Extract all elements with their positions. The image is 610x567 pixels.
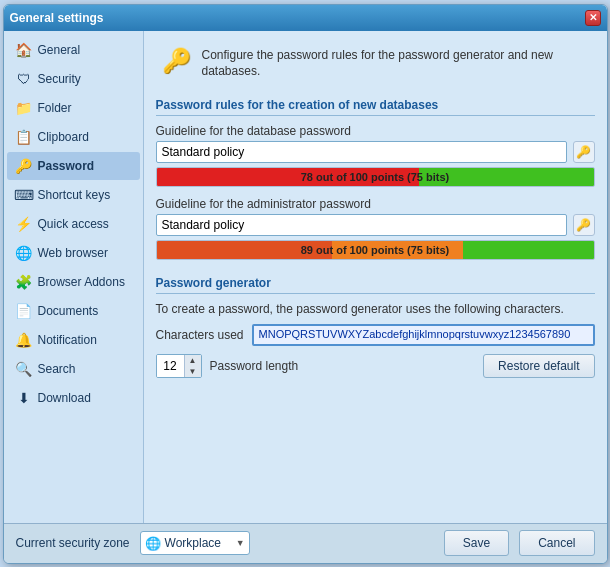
browser-addons-icon: 🧩	[15, 273, 33, 291]
spinner-buttons: ▲ ▼	[185, 355, 201, 377]
web-browser-icon: 🌐	[15, 244, 33, 262]
general-icon: 🏠	[15, 41, 33, 59]
sidebar-item-quick-access[interactable]: ⚡ Quick access	[7, 210, 140, 238]
cancel-button[interactable]: Cancel	[519, 530, 594, 556]
sidebar-label-password: Password	[38, 159, 95, 173]
length-spinner: ▲ ▼	[156, 354, 202, 378]
sidebar-label-documents: Documents	[38, 304, 99, 318]
sidebar-item-clipboard[interactable]: 📋 Clipboard	[7, 123, 140, 151]
restore-default-button[interactable]: Restore default	[483, 354, 594, 378]
admin-password-input[interactable]	[156, 214, 567, 236]
sidebar-item-download[interactable]: ⬇ Download	[7, 384, 140, 412]
sidebar-label-browser-addons: Browser Addons	[38, 275, 125, 289]
sidebar-label-quick-access: Quick access	[38, 217, 109, 231]
zone-text: Workplace	[165, 536, 232, 550]
search-icon: 🔍	[15, 360, 33, 378]
close-button[interactable]: ✕	[585, 10, 601, 26]
download-icon: ⬇	[15, 389, 33, 407]
db-password-input[interactable]	[156, 141, 567, 163]
notification-icon: 🔔	[15, 331, 33, 349]
info-text: Configure the password rules for the pas…	[202, 47, 589, 81]
length-input[interactable]	[157, 355, 185, 377]
content-area: 🏠 General 🛡 Security 📁 Folder 📋 Clipboar…	[4, 31, 607, 523]
main-content: 🔑 Configure the password rules for the p…	[144, 31, 607, 523]
db-password-key-button[interactable]: 🔑	[573, 141, 595, 163]
sidebar-item-search[interactable]: 🔍 Search	[7, 355, 140, 383]
admin-password-label: Guideline for the administrator password	[156, 197, 595, 211]
admin-password-row: 🔑	[156, 214, 595, 236]
bottom-bar: Current security zone 🌐 Workplace ▼ Save…	[4, 523, 607, 563]
db-password-label: Guideline for the database password	[156, 124, 595, 138]
sidebar-label-shortcut-keys: Shortcut keys	[38, 188, 111, 202]
sidebar: 🏠 General 🛡 Security 📁 Folder 📋 Clipboar…	[4, 31, 144, 523]
main-window: General settings ✕ 🏠 General 🛡 Security …	[3, 4, 608, 564]
generator-section: Password generator To create a password,…	[156, 276, 595, 378]
documents-icon: 📄	[15, 302, 33, 320]
titlebar: General settings ✕	[4, 5, 607, 31]
clipboard-icon: 📋	[15, 128, 33, 146]
security-icon: 🛡	[15, 70, 33, 88]
section1-header: Password rules for the creation of new d…	[156, 98, 595, 116]
spinner-up-button[interactable]: ▲	[185, 355, 201, 366]
zone-dropdown-arrow-icon: ▼	[236, 538, 245, 548]
length-label: Password length	[210, 359, 299, 373]
admin-password-key-button[interactable]: 🔑	[573, 214, 595, 236]
chars-row: Characters used MNOPQRSTUVWXYZabcdefghij…	[156, 324, 595, 346]
sidebar-item-folder[interactable]: 📁 Folder	[7, 94, 140, 122]
chars-value: MNOPQRSTUVWXYZabcdefghijklmnopqrstuvwxyz…	[252, 324, 595, 346]
zone-icon: 🌐	[145, 536, 161, 551]
spinner-down-button[interactable]: ▼	[185, 366, 201, 377]
key-info-icon: 🔑	[162, 47, 192, 75]
admin-password-progress-text: 89 out of 100 points (75 bits)	[157, 241, 594, 259]
save-button[interactable]: Save	[444, 530, 509, 556]
admin-password-group: Guideline for the administrator password…	[156, 197, 595, 260]
info-box: 🔑 Configure the password rules for the p…	[156, 41, 595, 87]
sidebar-item-notification[interactable]: 🔔 Notification	[7, 326, 140, 354]
sidebar-label-folder: Folder	[38, 101, 72, 115]
sidebar-item-web-browser[interactable]: 🌐 Web browser	[7, 239, 140, 267]
sidebar-label-search: Search	[38, 362, 76, 376]
sidebar-label-web-browser: Web browser	[38, 246, 108, 260]
sidebar-label-download: Download	[38, 391, 91, 405]
sidebar-item-general[interactable]: 🏠 General	[7, 36, 140, 64]
sidebar-item-security[interactable]: 🛡 Security	[7, 65, 140, 93]
db-password-row: 🔑	[156, 141, 595, 163]
sidebar-label-clipboard: Clipboard	[38, 130, 89, 144]
sidebar-label-security: Security	[38, 72, 81, 86]
db-password-group: Guideline for the database password 🔑 78…	[156, 124, 595, 187]
chars-label: Characters used	[156, 328, 244, 342]
sidebar-label-notification: Notification	[38, 333, 97, 347]
security-zone-label: Current security zone	[16, 536, 130, 550]
sidebar-item-documents[interactable]: 📄 Documents	[7, 297, 140, 325]
length-row: ▲ ▼ Password length Restore default	[156, 354, 595, 378]
quick-access-icon: ⚡	[15, 215, 33, 233]
sidebar-item-shortcut-keys[interactable]: ⌨ Shortcut keys	[7, 181, 140, 209]
sidebar-item-browser-addons[interactable]: 🧩 Browser Addons	[7, 268, 140, 296]
generator-header: Password generator	[156, 276, 595, 294]
admin-password-progress: 89 out of 100 points (75 bits)	[156, 240, 595, 260]
shortcut-keys-icon: ⌨	[15, 186, 33, 204]
db-password-progress-text: 78 out of 100 points (75 bits)	[157, 168, 594, 186]
folder-icon: 📁	[15, 99, 33, 117]
window-title: General settings	[10, 11, 104, 25]
password-icon: 🔑	[15, 157, 33, 175]
sidebar-item-password[interactable]: 🔑 Password	[7, 152, 140, 180]
sidebar-label-general: General	[38, 43, 81, 57]
zone-selector[interactable]: 🌐 Workplace ▼	[140, 531, 250, 555]
db-password-progress: 78 out of 100 points (75 bits)	[156, 167, 595, 187]
generator-desc: To create a password, the password gener…	[156, 302, 595, 316]
